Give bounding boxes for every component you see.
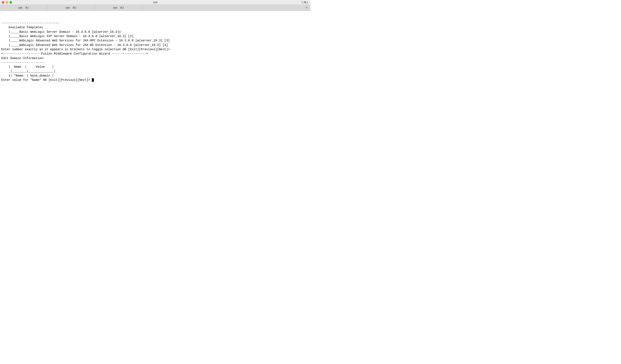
terminal-line: Available Templates	[0, 25, 310, 30]
tab-1-shortcut: ⌘1	[25, 6, 29, 9]
tab-1[interactable]: ssh ⌘1	[0, 5, 47, 11]
terminal-line: _|________|______________|	[0, 69, 310, 73]
terminal-line: ------------------------	[0, 60, 310, 65]
terminal-line: Edit Domain Information:	[0, 56, 310, 60]
terminal-line: |_____Basic WebLogic SIP Server Domain -…	[0, 34, 310, 38]
tab-2-shortcut: ⌘2	[72, 6, 77, 9]
terminal-line: 1| *Name: | base_domain |	[0, 73, 310, 78]
tab-2[interactable]: ssh ⌘2	[47, 5, 95, 11]
terminal-content[interactable]: -------------------------------- Availab…	[0, 11, 310, 182]
terminal-line: |_____WebLogic Advanced Web Services for…	[0, 38, 310, 43]
close-button[interactable]	[2, 1, 4, 4]
terminal-line: |_____WebLogic Advanced Web Services for…	[0, 43, 310, 47]
tab-3-label: ssh	[113, 6, 117, 9]
window-shortcut: ⌥⌘1	[301, 1, 308, 4]
maximize-button[interactable]	[9, 1, 12, 4]
title-bar: ssh ⌥⌘1	[0, 0, 310, 5]
terminal-line: <-------------------- Fusion Middleware …	[0, 52, 310, 56]
terminal-cursor	[92, 78, 94, 82]
terminal-line: |_____Basic WebLogic Server Domain - 10.…	[0, 30, 310, 34]
tab-3-shortcut: ⌘3	[120, 6, 124, 9]
terminal-line: | Name | Value |	[0, 65, 310, 69]
tab-3[interactable]: ssh ⌘3	[95, 5, 142, 11]
terminal-line: Enter value for "Name" OR [Exit][Previou…	[0, 78, 310, 82]
terminal-line: --------------------------------	[0, 21, 310, 25]
tab-1-label: ssh	[18, 6, 22, 9]
window-controls	[2, 1, 12, 4]
window-title: ssh	[153, 1, 157, 4]
terminal-window: ssh ⌥⌘1 ssh ⌘1 ssh ⌘2 ssh ⌘3 + ---------…	[0, 0, 310, 182]
minimize-button[interactable]	[6, 1, 8, 4]
add-tab-button[interactable]: +	[305, 6, 309, 10]
tab-bar: ssh ⌘1 ssh ⌘2 ssh ⌘3 +	[0, 5, 310, 11]
terminal-line: Enter number exactly as it appears in br…	[0, 47, 310, 52]
tab-2-label: ssh	[66, 6, 70, 9]
